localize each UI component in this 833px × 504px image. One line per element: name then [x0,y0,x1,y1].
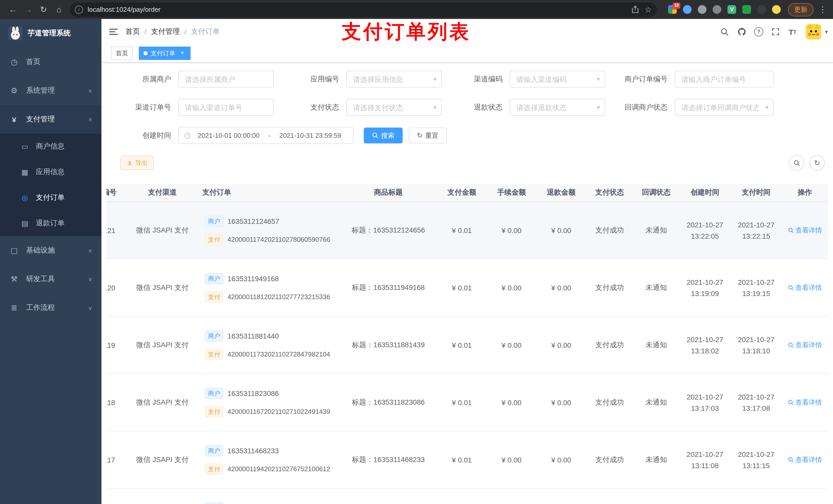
extension-icon-vue[interactable]: V [728,5,736,14]
forward-icon[interactable]: → [21,2,36,17]
reset-button[interactable]: ↻ 重置 [409,127,447,143]
magnifier-icon [788,342,794,348]
extension-icon-grid[interactable]: 10 [668,5,677,14]
notify-status-select[interactable]: ▾ [675,99,774,116]
help-icon[interactable]: ? [750,19,767,45]
site-info-icon[interactable]: i [75,5,83,14]
filter-field-refund-status: 退款状态 ▾ [454,99,605,116]
merchant-select[interactable] [178,71,273,88]
cell-channel: 微信 JSAPI 支付 [134,259,191,316]
home-icon[interactable]: ⌂ [51,2,67,17]
date-end[interactable]: 2021-10-31 23:59:59 [272,131,348,139]
fullscreen-icon[interactable] [767,19,784,45]
merchant-order-no-input[interactable] [675,71,774,88]
sidebar-item-label: 商户信息 [36,142,65,151]
cell-fee-amount: ¥ 0.00 [487,201,537,259]
cell-notify-status: 未通知 [633,316,679,374]
tab-home[interactable]: 首页 [111,47,133,60]
sidebar-item-payment[interactable]: ¥ 支付管理 ∧ [0,105,101,134]
clock-icon [184,132,191,139]
vue-letter: V [728,5,736,14]
channel-code-select[interactable]: ▾ [510,71,605,88]
view-detail-link[interactable]: 查看详情 [788,225,822,235]
sidebar-item-label: 系统管理 [26,86,55,95]
reset-button-label: 重置 [425,131,438,140]
merchant-order-no-field[interactable] [675,71,774,88]
sidebar-item-app-info[interactable]: ▦ 应用信息 [0,159,101,185]
cell-refund-amount [537,488,586,504]
search-button[interactable]: 搜索 [364,127,403,143]
channel-code-input[interactable] [510,71,605,88]
filter-row-2: 渠道订单号 支付状态 ▾ 退款状态 [106,99,828,116]
view-detail-link[interactable]: 查看详情 [788,283,822,292]
date-range-picker[interactable]: 2021-10-01 00:00:00 - 2021-10-31 23:59:5… [178,127,354,144]
share-icon[interactable] [632,6,639,13]
address-bar[interactable]: i localhost:1024/pay/order ☆ [70,2,657,17]
extension-icon-shield[interactable] [713,5,721,14]
chrome-update-button[interactable]: 更新 [788,3,813,16]
cell-refund-amount: ¥ 0.00 [537,201,586,259]
browser-menu-icon[interactable]: ⋮ [818,5,828,14]
sidebar-item-merchant-info[interactable]: ▭ 商户信息 [0,134,101,159]
export-button[interactable]: 导出 [120,156,154,170]
extension-icon-face[interactable] [772,5,781,14]
channel-order-no-field[interactable] [178,99,273,116]
magnifier-icon [788,227,794,233]
filter-field-app: 应用编号 ▾ [286,71,442,88]
pay-status-select[interactable]: ▾ [346,99,442,116]
cell-title: 标题：1635311881439 [340,316,437,374]
sidebar-item-label: 研发工具 [26,274,55,284]
bookmark-star-icon[interactable]: ☆ [645,5,652,14]
view-detail-link[interactable]: 查看详情 [788,398,822,407]
col-fee-amount: 手续金额 [487,184,537,201]
refund-status-select[interactable]: ▾ [510,99,605,116]
extension-icon-gray[interactable] [698,5,707,14]
hamburger-icon[interactable] [101,19,125,45]
github-icon[interactable] [733,19,750,45]
chevron-down-icon: ∨ [88,305,92,311]
refund-status-input[interactable] [510,99,605,116]
refresh-table-icon[interactable]: ↻ [809,155,825,171]
extension-icon-drop[interactable] [683,5,692,14]
sidebar-item-system[interactable]: ⚙ 系统管理 ∨ [0,76,101,105]
rabbit-logo-icon [8,26,23,41]
cell-refund-amount: ¥ 0.00 [537,259,586,316]
extension-icon-pin[interactable] [757,5,766,14]
sidebar-item-infrastructure[interactable]: ▢ 基础设施 ∨ [0,236,101,265]
breadcrumb-home[interactable]: 首页 [125,27,140,37]
extension-icon-chat[interactable] [742,5,751,14]
reload-icon[interactable]: ↻ [36,2,51,17]
user-menu[interactable]: ▾ [806,24,828,40]
cell-order: 商户 1635311823086 支付 42000011672021102710… [191,374,340,431]
font-size-icon[interactable]: TT [784,19,801,45]
view-detail-link[interactable]: 查看详情 [788,340,822,350]
payment-submenu: ▭ 商户信息 ▦ 应用信息 ◎ 支付订单 ▤ 退款订单 [0,134,101,236]
app-select[interactable]: ▾ [346,71,442,88]
tab-pay-order[interactable]: 支付订单 × [139,47,191,60]
sidebar-item-refund-order[interactable]: ▤ 退款订单 [0,211,101,236]
back-icon[interactable]: ← [5,2,21,17]
toggle-search-icon[interactable] [789,155,804,171]
table-row: 118 微信 JSAPI 支付 商户 1635311823086 支付 4200… [106,374,828,431]
search-icon[interactable] [716,19,733,45]
app-logo[interactable]: 芋道管理系统 [0,19,101,48]
sidebar-item-pay-order[interactable]: ◎ 支付订单 [0,185,101,211]
view-detail-link[interactable]: 查看详情 [788,455,822,464]
merchant-input[interactable] [178,71,273,88]
active-dot [143,51,147,55]
cell-order: 商户 1635311575736 支付 [191,488,340,504]
url-text[interactable]: localhost:1024/pay/order [88,6,161,13]
notify-status-input[interactable] [675,99,774,116]
app-input[interactable] [346,71,442,88]
cell-pay-time: 2021-10-27 13:11:15 [731,431,782,488]
channel-order-no-input[interactable] [178,99,273,116]
filter-label: 所属商户 [106,74,178,84]
breadcrumb-payment[interactable]: 支付管理 [151,27,180,37]
close-icon[interactable]: × [179,50,186,57]
sidebar-item-label: 退款订单 [36,219,65,228]
sidebar-item-dev-tools[interactable]: ⚒ 研发工具 ∨ [0,265,101,293]
sidebar-item-home[interactable]: ◷ 首页 [0,48,101,76]
sidebar-item-workflow[interactable]: ≣ 工作流程 ∨ [0,293,101,322]
pay-status-input[interactable] [346,99,442,116]
date-start[interactable]: 2021-10-01 00:00:00 [191,131,266,139]
